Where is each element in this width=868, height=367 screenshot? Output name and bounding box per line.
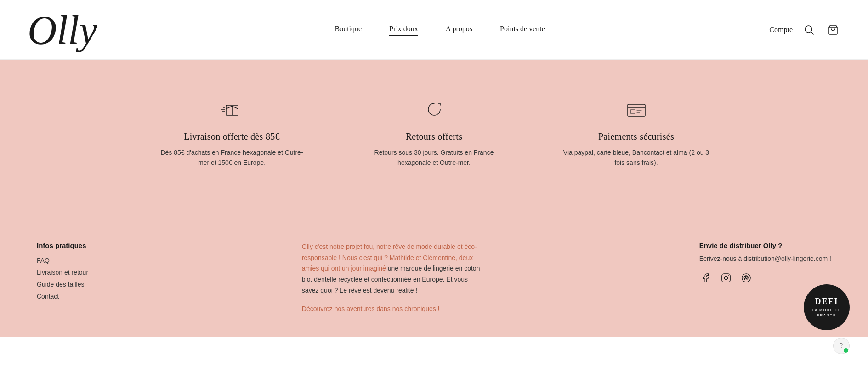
- returns-title: Retours offerts: [406, 131, 463, 142]
- defi-title: DEFI: [815, 297, 838, 306]
- shipping-icon: [220, 97, 244, 122]
- svg-point-17: [742, 274, 750, 282]
- facebook-icon[interactable]: [699, 271, 712, 284]
- payment-title: Paiements sécurisés: [598, 131, 674, 142]
- features-section: Livraison offerte dès 85€ Dès 85€ d'acha…: [0, 60, 868, 214]
- defi-subtitle: LA MODE DE FRANCE: [804, 307, 850, 317]
- svg-point-15: [724, 276, 727, 279]
- payment-desc: Via paypal, carte bleue, Bancontact et a…: [563, 147, 710, 168]
- feature-shipping: Livraison offerte dès 85€ Dès 85€ d'acha…: [159, 96, 306, 168]
- footer-link-faq[interactable]: FAQ: [37, 257, 88, 264]
- logo[interactable]: Olly: [28, 2, 110, 57]
- nav-prix-doux[interactable]: Prix doux: [389, 25, 418, 35]
- returns-icon: [422, 97, 447, 122]
- features-grid: Livraison offerte dès 85€ Dès 85€ d'acha…: [159, 96, 710, 168]
- svg-line-2: [811, 32, 814, 34]
- social-icons: [699, 271, 831, 284]
- pinterest-icon[interactable]: [740, 271, 753, 284]
- svg-point-16: [728, 275, 729, 276]
- header-actions: Compte: [769, 23, 840, 37]
- footer-infos-heading: Infos pratiques: [37, 242, 88, 249]
- header: Olly Boutique Prix doux A propos Points …: [0, 0, 868, 60]
- footer-link-contact[interactable]: Contact: [37, 293, 88, 300]
- footer-col-about: Olly c'est notre projet fou, notre rêve …: [302, 242, 486, 318]
- cart-button[interactable]: [826, 23, 840, 37]
- svg-point-1: [805, 26, 812, 33]
- feature-returns: Retours offerts Retours sous 30 jours. G…: [361, 96, 508, 168]
- footer: Infos pratiques FAQ Livraison et retour …: [0, 214, 868, 337]
- footer-email-text: Ecrivez-nous à distribution@olly-lingeri…: [699, 255, 831, 262]
- svg-rect-11: [630, 110, 635, 113]
- returns-desc: Retours sous 30 jours. Gratuits en Franc…: [361, 147, 508, 168]
- footer-link-livraison[interactable]: Livraison et retour: [37, 269, 88, 276]
- nav-a-propos[interactable]: A propos: [446, 25, 472, 35]
- footer-about-text: Olly c'est notre projet fou, notre rêve …: [302, 242, 486, 296]
- returns-icon-container: [421, 96, 447, 122]
- shipping-desc: Dès 85€ d'achats en France hexagonale et…: [159, 147, 306, 168]
- search-button[interactable]: [802, 23, 817, 37]
- nav-boutique[interactable]: Boutique: [335, 25, 362, 35]
- svg-text:Olly: Olly: [28, 8, 97, 52]
- search-icon: [804, 25, 814, 35]
- footer-link-tailles[interactable]: Guide des tailles: [37, 281, 88, 288]
- payment-icon: [624, 97, 649, 122]
- compte-link[interactable]: Compte: [769, 26, 793, 34]
- shipping-icon-container: [219, 96, 245, 122]
- main-nav: Boutique Prix doux A propos Points de ve…: [335, 25, 545, 35]
- feature-payment: Paiements sécurisés Via paypal, carte bl…: [563, 96, 710, 168]
- footer-distribution-heading: Envie de distribuer Olly ?: [699, 242, 831, 249]
- footer-col-infos: Infos pratiques FAQ Livraison et retour …: [37, 242, 88, 305]
- payment-icon-container: [624, 96, 649, 122]
- footer-col-distribution: Envie de distribuer Olly ? Ecrivez-nous …: [699, 242, 831, 284]
- svg-rect-14: [721, 274, 730, 282]
- footer-chronicles-text: Découvrez nos aventures dans nos chroniq…: [302, 304, 486, 315]
- shipping-title: Livraison offerte dès 85€: [184, 131, 280, 142]
- nav-points-de-vente[interactable]: Points de vente: [500, 25, 545, 35]
- defi-badge[interactable]: DEFI LA MODE DE FRANCE: [804, 284, 850, 330]
- cart-icon: [828, 24, 839, 35]
- instagram-icon[interactable]: [720, 271, 732, 284]
